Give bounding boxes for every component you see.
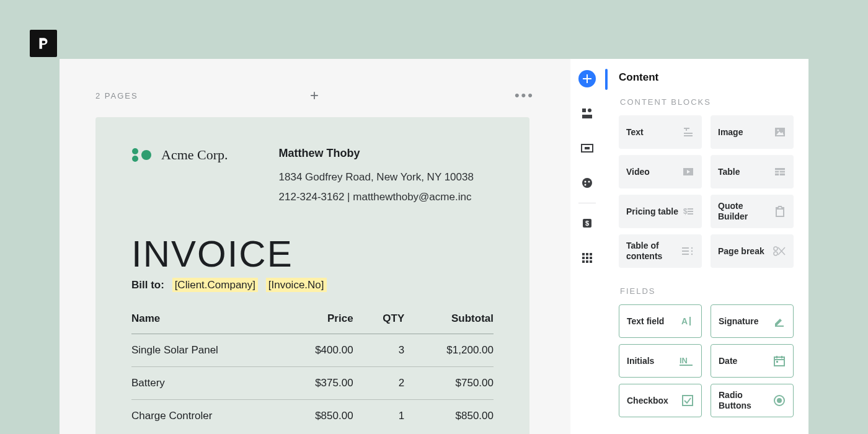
- block-quote-builder[interactable]: Quote Builder: [711, 195, 794, 228]
- block-image[interactable]: Image: [711, 115, 794, 149]
- svg-text:IN: IN: [680, 356, 688, 365]
- svg-point-0: [132, 148, 138, 154]
- svg-rect-5: [582, 115, 592, 118]
- radio-icon: [773, 394, 786, 407]
- rail-divider: [578, 203, 596, 203]
- svg-point-1: [132, 156, 138, 162]
- sidebar-rail: $: [570, 59, 604, 434]
- initials-icon: IN: [679, 355, 694, 367]
- signature-icon: [773, 315, 786, 327]
- invoice-title: INVOICE: [131, 236, 494, 273]
- svg-rect-15: [586, 253, 588, 255]
- block-text[interactable]: Text: [619, 115, 702, 149]
- token-invoice-no[interactable]: [Invoice.No]: [266, 278, 327, 292]
- table-row: Charge Controler $850.00 1 $850.00: [131, 400, 494, 433]
- image-icon: [774, 126, 786, 138]
- rail-pricing-icon[interactable]: $: [578, 215, 596, 232]
- add-page-button[interactable]: +: [310, 88, 320, 103]
- checkbox-icon: [681, 394, 694, 407]
- svg-text:$: $: [585, 219, 589, 227]
- video-icon: [682, 166, 694, 178]
- block-table-of-contents[interactable]: Table of contents: [619, 234, 702, 268]
- page-count-label: 2 PAGES: [95, 91, 138, 100]
- svg-rect-17: [582, 257, 585, 259]
- svg-rect-3: [582, 108, 586, 112]
- block-page-break[interactable]: Page break: [711, 234, 794, 268]
- svg-point-40: [691, 247, 693, 249]
- line-items-table: Name Price QTY Subtotal Single Solar Pan…: [131, 312, 494, 432]
- table-icon: [774, 166, 786, 178]
- svg-point-8: [582, 178, 592, 188]
- company-name: Acme Corp.: [161, 147, 228, 163]
- svg-text:$: $: [683, 207, 688, 216]
- field-date[interactable]: Date: [711, 344, 794, 378]
- field-initials[interactable]: Initials IN: [619, 344, 702, 378]
- company-logo-icon: [131, 148, 153, 162]
- panel-title: Content: [619, 71, 794, 84]
- svg-point-43: [774, 247, 777, 250]
- svg-rect-7: [585, 147, 590, 149]
- svg-rect-20: [582, 260, 585, 263]
- contact-block: Matthew Thoby 1834 Godfrey Road, New Yor…: [279, 147, 474, 211]
- editor-toolbar: 2 PAGES + •••: [95, 89, 534, 102]
- field-text[interactable]: Text field A: [619, 304, 702, 338]
- svg-point-11: [585, 184, 587, 186]
- field-checkbox[interactable]: Checkbox: [619, 384, 702, 417]
- page-break-icon: [773, 245, 786, 257]
- bill-to-label: Bill to:: [131, 279, 164, 291]
- editor-pane: 2 PAGES + ••• Acme Corp. Matth: [60, 59, 570, 434]
- rail-apps-icon[interactable]: [578, 249, 596, 267]
- quote-builder-icon: [774, 205, 786, 218]
- rail-design-icon[interactable]: [578, 174, 596, 192]
- block-table[interactable]: Table: [711, 155, 794, 188]
- bill-to-row: Bill to: [Client.Company] [Invoice.No]: [131, 279, 494, 291]
- company-brand: Acme Corp.: [131, 147, 228, 163]
- field-signature[interactable]: Signature: [711, 304, 794, 338]
- fields-label: FIELDS: [620, 286, 794, 296]
- field-radio[interactable]: Radio Buttons: [711, 384, 794, 417]
- svg-rect-21: [586, 260, 588, 263]
- more-menu-button[interactable]: •••: [515, 89, 534, 102]
- rail-active-indicator: [605, 69, 608, 90]
- text-icon: [682, 126, 694, 138]
- content-blocks-label: CONTENT BLOCKS: [620, 97, 794, 107]
- svg-text:A: A: [681, 316, 688, 326]
- svg-point-44: [774, 252, 777, 255]
- contact-name: Matthew Thoby: [279, 147, 474, 160]
- app-window: 2 PAGES + ••• Acme Corp. Matth: [60, 59, 808, 434]
- svg-point-10: [588, 181, 590, 183]
- svg-point-2: [141, 150, 151, 160]
- svg-point-59: [777, 398, 782, 403]
- table-row: Single Solar Panel $400.00 3 $1,200.00: [131, 334, 494, 367]
- block-video[interactable]: Video: [619, 155, 702, 188]
- pricing-table-icon: $: [681, 205, 694, 218]
- svg-rect-16: [590, 253, 592, 255]
- svg-point-4: [588, 108, 591, 112]
- svg-rect-57: [683, 396, 693, 405]
- text-field-icon: A: [680, 315, 694, 327]
- rail-variables-icon[interactable]: [578, 140, 596, 157]
- svg-point-9: [585, 181, 587, 183]
- token-client-company[interactable]: [Client.Company]: [172, 278, 258, 292]
- svg-rect-22: [590, 260, 592, 263]
- svg-rect-18: [586, 257, 588, 259]
- block-pricing-table[interactable]: Pricing table $: [619, 195, 702, 228]
- svg-rect-19: [590, 257, 592, 259]
- svg-point-25: [777, 130, 779, 131]
- rail-add-content-icon[interactable]: [578, 70, 596, 87]
- svg-point-42: [691, 254, 693, 255]
- content-panel: Content CONTENT BLOCKS Text Image Video …: [604, 59, 808, 434]
- toc-icon: [681, 245, 694, 257]
- date-icon: [773, 355, 786, 367]
- col-qty: QTY: [358, 312, 410, 334]
- invoice-page: Acme Corp. Matthew Thoby 1834 Godfrey Ro…: [95, 117, 529, 434]
- svg-rect-56: [776, 361, 778, 363]
- svg-rect-14: [582, 253, 585, 255]
- table-row: Battery $375.00 2 $750.00: [131, 367, 494, 400]
- contact-address: 1834 Godfrey Road, New York, NY 10038: [279, 171, 474, 184]
- col-name: Name: [131, 312, 280, 334]
- svg-point-41: [691, 250, 693, 252]
- col-subtotal: Subtotal: [409, 312, 494, 334]
- rail-recipients-icon[interactable]: [578, 105, 596, 122]
- col-price: Price: [280, 312, 358, 334]
